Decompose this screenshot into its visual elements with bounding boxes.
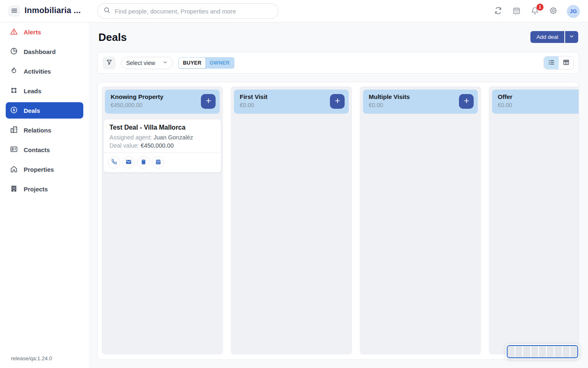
column-header: Knowing Property €450,000.00 <box>105 90 220 114</box>
settings-button[interactable] <box>548 7 558 16</box>
scrollbar-segment <box>539 346 546 357</box>
deals-kanban-board: Knowing Property €450,000.00 Test Deal -… <box>97 82 579 360</box>
add-deal-to-column-button[interactable] <box>459 94 474 109</box>
scrollbar-segment <box>547 346 554 357</box>
deal-value-line: Deal value: €450,000.00 <box>109 142 215 149</box>
scrollbar-segment <box>508 346 514 357</box>
column-header: Offer €0.00 <box>492 90 579 114</box>
buyer-owner-toggle: BUYER OWNER <box>178 57 234 69</box>
topbar: Inmobiliaria ... 1 JG <box>0 0 588 22</box>
hamburger-menu-button[interactable] <box>8 5 20 17</box>
filter-button[interactable] <box>102 56 116 70</box>
column-title: Offer <box>498 93 579 100</box>
svg-text:$: $ <box>13 108 15 112</box>
agent-label: Assigned agent: <box>109 134 152 141</box>
funnel-icon <box>106 59 113 67</box>
pie-chart-icon <box>10 47 18 56</box>
dollar-circle-icon: $ <box>10 106 18 115</box>
sidebar-item-activities[interactable]: Activities <box>6 63 83 79</box>
sidebar-item-label: Contacts <box>24 146 50 153</box>
select-view-label: Select view <box>126 60 155 66</box>
deal-agent-line: Assigned agent: Juan Gonzaléz <box>109 134 215 141</box>
sidebar-item-dashboard[interactable]: Dashboard <box>6 43 83 60</box>
page-title: Deals <box>98 31 127 44</box>
calendar-button[interactable] <box>512 7 521 16</box>
buyer-toggle-button[interactable]: BUYER <box>179 58 205 68</box>
agent-value: Juan Gonzaléz <box>154 134 193 141</box>
kanban-column-knowing-property: Knowing Property €450,000.00 Test Deal -… <box>102 86 223 355</box>
notification-badge: 1 <box>537 4 543 11</box>
column-header: Multiple Visits €0.00 <box>363 90 478 114</box>
sidebar-item-leads[interactable]: Leads <box>6 83 83 99</box>
envelope-icon <box>125 159 132 166</box>
kanban-column-first-visit: First Visit €0.00 <box>231 86 352 355</box>
scrollbar-track[interactable] <box>507 345 578 358</box>
search-input[interactable] <box>115 8 272 15</box>
sidebar-item-properties[interactable]: Properties <box>6 161 83 177</box>
sidebar-item-label: Dashboard <box>24 48 56 55</box>
search-icon <box>103 7 111 16</box>
global-search[interactable] <box>97 3 278 19</box>
view-mode-toggle <box>543 56 574 70</box>
kanban-column-multiple-visits: Multiple Visits €0.00 <box>360 86 481 355</box>
sidebar-item-label: Properties <box>24 166 54 173</box>
owner-toggle-button[interactable]: OWNER <box>205 58 234 68</box>
sync-button[interactable] <box>493 7 503 16</box>
topbar-actions: 1 JG <box>493 0 580 22</box>
sidebar-item-label: Activities <box>24 68 51 75</box>
warning-triangle-icon <box>10 27 18 37</box>
sidebar-item-relations[interactable]: Relations <box>6 122 83 138</box>
column-total: €0.00 <box>240 102 343 108</box>
calendar-icon <box>512 7 521 16</box>
plus-icon <box>334 97 341 105</box>
deal-card[interactable]: Test Deal - Villa Mallorca Assigned agen… <box>103 119 221 173</box>
sidebar-item-projects[interactable]: Projects <box>6 181 83 197</box>
scrollbar-segment <box>531 346 538 357</box>
add-deal-button[interactable]: Add deal <box>530 31 564 43</box>
leads-icon <box>10 86 18 96</box>
list-view-button[interactable] <box>544 56 559 69</box>
column-title: First Visit <box>240 93 343 100</box>
add-deal-to-column-button[interactable] <box>330 94 345 109</box>
release-version-label: release/qa:1.24.0 <box>11 355 52 361</box>
column-header: First Visit €0.00 <box>234 90 349 114</box>
deal-card-title: Test Deal - Villa Mallorca <box>109 124 215 131</box>
user-avatar[interactable]: JG <box>567 5 580 18</box>
sidebar: Alerts Dashboard Activities Leads $ Deal… <box>0 22 89 368</box>
deal-value-label: Deal value: <box>109 142 139 149</box>
sidebar-item-deals[interactable]: $ Deals <box>6 102 83 119</box>
column-total: €450,000.00 <box>111 102 214 108</box>
sidebar-item-contacts[interactable]: Contacts <box>6 141 83 158</box>
copy-button[interactable] <box>137 156 149 168</box>
kanban-column-offer: Offer €0.00 <box>489 86 579 355</box>
clipboard-icon <box>140 159 147 166</box>
call-button[interactable] <box>108 156 120 168</box>
office-building-icon <box>10 184 18 194</box>
phone-icon <box>111 159 117 166</box>
column-total: €0.00 <box>498 102 579 108</box>
email-button[interactable] <box>122 156 135 168</box>
board-view-button[interactable] <box>559 56 573 69</box>
sidebar-item-alerts[interactable]: Alerts <box>6 24 83 40</box>
select-view-dropdown[interactable]: Select view <box>121 57 173 69</box>
sidebar-item-label: Alerts <box>24 29 41 36</box>
hamburger-icon <box>11 7 18 16</box>
chevron-down-icon <box>569 34 575 40</box>
deal-card-actions <box>104 153 221 172</box>
sidebar-item-label: Projects <box>24 186 48 193</box>
scrollbar-segment <box>570 346 577 357</box>
sidebar-item-label: Deals <box>24 107 40 114</box>
scrollbar-segment <box>563 346 570 357</box>
notifications-button[interactable]: 1 <box>530 7 540 16</box>
add-deal-to-column-button[interactable] <box>201 94 216 109</box>
contact-card-icon <box>10 145 18 155</box>
schedule-button[interactable] <box>152 156 164 168</box>
home-icon <box>10 165 18 174</box>
buildings-icon <box>10 126 18 135</box>
gear-icon <box>549 7 557 16</box>
sidebar-item-label: Leads <box>24 88 41 94</box>
plus-icon <box>205 97 212 105</box>
add-deal-dropdown-button[interactable] <box>564 31 578 43</box>
deal-value-amount: €450,000.00 <box>141 142 174 149</box>
horizontal-scrollbar[interactable] <box>506 344 579 359</box>
